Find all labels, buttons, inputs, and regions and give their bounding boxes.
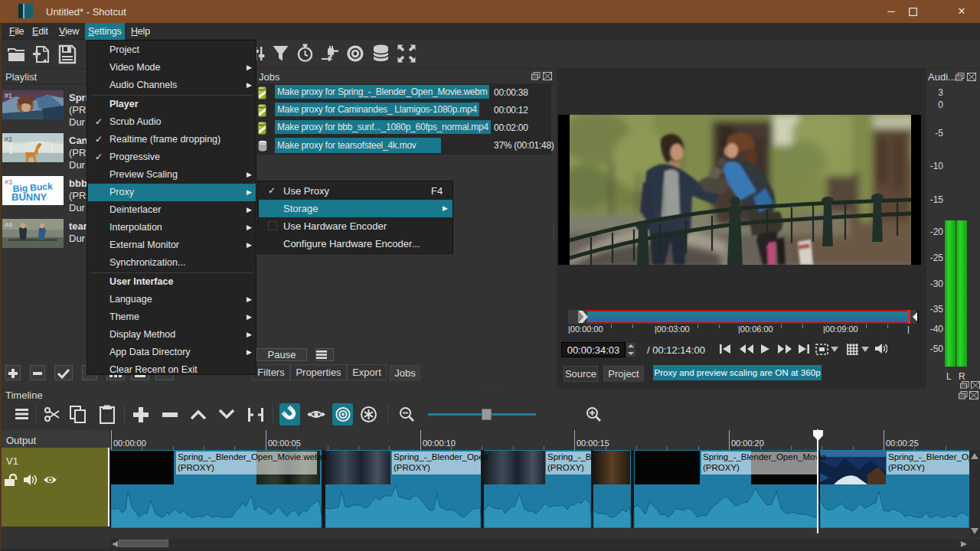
svg-text:(PROXY): (PROXY) [703,463,740,472]
svg-text:Spring_-_Blender_Open_Movie.we: Spring_-_Blender_Open_Movie.webm [178,452,327,461]
svg-text:#2: #2 [5,135,12,143]
svg-text:(PROXY): (PROXY) [888,463,925,472]
svg-text:BUNNY: BUNNY [11,191,47,203]
svg-text:Spring_-_Bl: Spring_-_Bl [547,452,593,461]
svg-text:#1: #1 [5,92,12,99]
svg-text:(PROXY): (PROXY) [547,463,584,472]
svg-text:Spring_-_Blender_Open_Movie.: Spring_-_Blender_Open_Movie. [703,452,828,461]
svg-text:(PROXY): (PROXY) [394,463,430,472]
svg-text:(PROXY): (PROXY) [178,463,214,472]
svg-text:Spring_-_Blender_Op: Spring_-_Blender_Op [888,452,969,461]
svg-text:#4: #4 [5,221,12,229]
svg-text:#3: #3 [5,178,12,186]
svg-text:Spring_-_Blender_Open: Spring_-_Blender_Open [394,452,488,461]
